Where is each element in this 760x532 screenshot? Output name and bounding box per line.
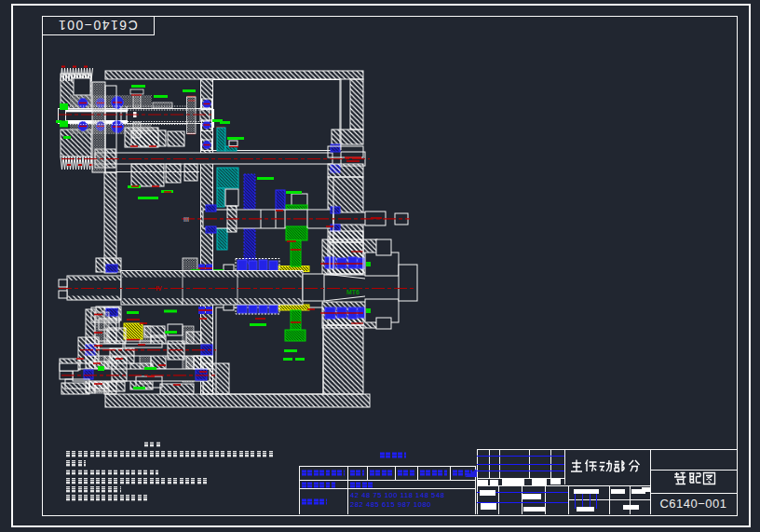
- svg-text:III: III: [183, 216, 189, 223]
- svg-text:MT6: MT6: [346, 289, 360, 295]
- svg-text:IV: IV: [156, 285, 162, 292]
